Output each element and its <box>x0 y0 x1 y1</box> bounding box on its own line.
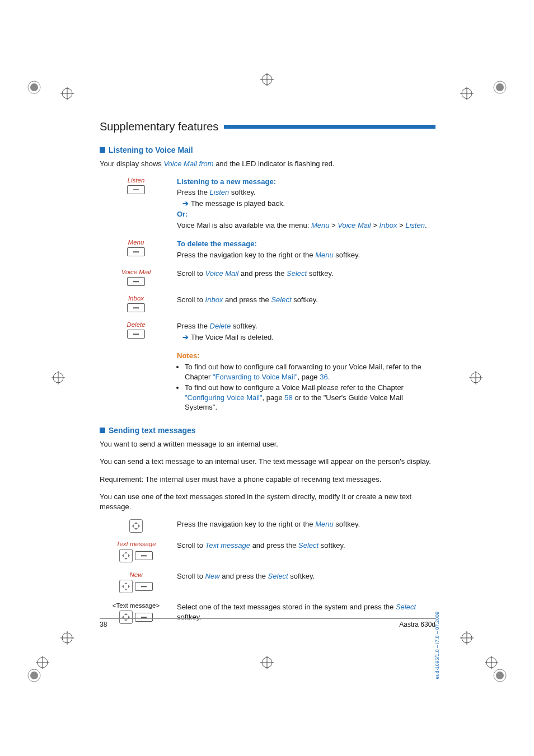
print-mark-icon <box>469 371 483 384</box>
page-number: 38 <box>100 621 107 628</box>
print-mark-icon <box>51 371 65 384</box>
body-paragraph: You want to send a written message to an… <box>100 439 435 449</box>
step-key-listen: Listen <box>100 177 172 232</box>
softkey-icon <box>135 551 153 560</box>
document-id: eud-1095/1.0 – I7.8 – 07.2009 <box>434 612 440 679</box>
step-key-voicemail: Voice Mail <box>100 269 172 287</box>
step-key-textmsg: Text message <box>100 541 172 564</box>
link-page-58[interactable]: 58 <box>284 393 292 402</box>
step-desc-voicemail: Scroll to Voice Mail and press the Selec… <box>177 269 435 287</box>
link-configuring[interactable]: "Configuring Voice Mail" <box>185 393 263 402</box>
print-mark-icon <box>27 80 41 95</box>
print-mark-icon <box>60 631 74 645</box>
svg-point-1 <box>30 83 38 91</box>
svg-point-37 <box>496 672 504 679</box>
body-paragraph: You can use one of the text messages sto… <box>100 492 435 511</box>
step-key-menu: Menu <box>100 239 172 261</box>
note-item: To find out how to configure a Voice Mai… <box>185 383 435 412</box>
softkey-icon <box>127 277 145 286</box>
print-mark-icon <box>493 668 507 683</box>
navkey-icon <box>129 519 143 533</box>
chapter-title: Supplementary features <box>100 120 435 133</box>
softkey-icon <box>127 303 145 312</box>
section-title: Listening to Voice Mail <box>109 145 193 154</box>
section-title: Sending text messages <box>109 426 196 435</box>
step-desc-listen: Listening to a new message: Press the Li… <box>177 177 435 232</box>
step-desc-menu: To delete the message: Press the navigat… <box>177 239 435 261</box>
square-bullet-icon <box>100 147 105 153</box>
navkey-icon <box>119 580 133 593</box>
page-footer: 38 Aastra 630d <box>100 618 435 628</box>
svg-point-35 <box>30 672 38 679</box>
title-bar-icon <box>224 125 435 129</box>
softkey-icon <box>127 247 145 256</box>
print-mark-icon <box>60 87 74 100</box>
svg-point-3 <box>496 83 504 91</box>
print-mark-icon <box>36 656 49 669</box>
step-desc-new: Scroll to New and press the Select softk… <box>177 571 435 594</box>
print-mark-icon <box>27 668 41 683</box>
step-key-inbox: Inbox <box>100 295 172 313</box>
step-desc-textmsg: Scroll to Text message and press the Sel… <box>177 541 435 564</box>
print-mark-icon <box>260 656 274 669</box>
product-model: Aastra 630d <box>399 621 435 628</box>
section-heading-voicemail: Listening to Voice Mail <box>100 145 435 154</box>
note-item: To find out how to configure call forwar… <box>185 362 435 382</box>
step-desc-inbox: Scroll to Inbox and press the Select sof… <box>177 295 435 313</box>
print-mark-icon <box>460 87 474 100</box>
step-key-new: New <box>100 571 172 594</box>
arrow-right-icon: ➔ <box>182 333 191 341</box>
intro-paragraph: Your display shows Voice Mail from and t… <box>100 159 435 169</box>
notes-block: Notes: To find out how to configure call… <box>177 351 435 413</box>
arrow-right-icon: ➔ <box>182 199 191 208</box>
step-desc-delete: Press the Delete softkey. ➔ The Voice Ma… <box>177 321 435 343</box>
step-desc-nav: Press the navigation key to the right or… <box>177 519 435 533</box>
step-key-delete: Delete <box>100 321 172 343</box>
square-bullet-icon <box>100 428 105 433</box>
softkey-icon <box>127 330 145 339</box>
step-key-nav <box>100 519 172 533</box>
print-mark-icon <box>260 73 274 86</box>
print-mark-icon <box>493 80 507 95</box>
navkey-icon <box>119 549 133 562</box>
print-mark-icon <box>460 631 474 645</box>
body-paragraph: You can send a text message to an intern… <box>100 457 435 467</box>
link-forwarding[interactable]: "Forwarding to Voice Mail" <box>213 373 298 381</box>
print-mark-icon <box>485 656 498 669</box>
chapter-title-text: Supplementary features <box>100 120 218 133</box>
softkey-icon <box>135 582 153 591</box>
body-paragraph: Requirement: The internal user must have… <box>100 475 435 485</box>
link-page-36[interactable]: 36 <box>320 373 327 381</box>
softkey-icon <box>127 185 145 194</box>
section-heading-text: Sending text messages <box>100 426 435 435</box>
